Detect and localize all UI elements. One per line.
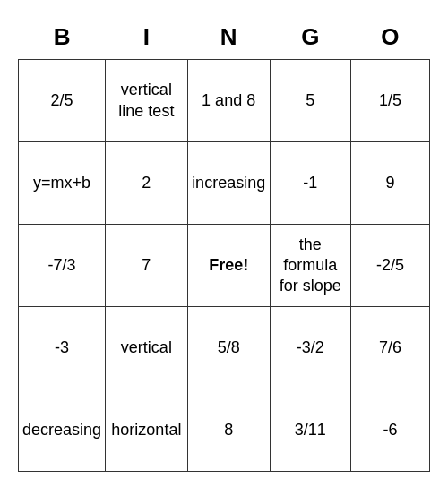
table-cell: 1 and 8	[187, 60, 270, 142]
header-cell: O	[350, 15, 429, 60]
table-cell: -3/2	[270, 307, 350, 389]
table-cell: -7/3	[19, 225, 106, 307]
header-cell: G	[270, 15, 350, 60]
table-cell: the formula for slope	[270, 225, 350, 307]
table-cell: -2/5	[350, 225, 429, 307]
table-cell: 7	[106, 225, 188, 307]
table-cell: 8	[187, 389, 270, 472]
table-row: -3vertical5/8-3/27/6	[19, 307, 430, 389]
table-cell: -1	[270, 142, 350, 225]
table-cell: y=mx+b	[19, 142, 106, 225]
header-row: BINGO	[19, 15, 430, 60]
table-cell: decreasing	[19, 389, 106, 472]
table-cell: vertical	[106, 307, 188, 389]
table-cell: Free!	[187, 225, 270, 307]
table-cell: 3/11	[270, 389, 350, 472]
table-row: -7/37Free!the formula for slope-2/5	[19, 225, 430, 307]
bingo-card: BINGO 2/5vertical line test1 and 851/5y=…	[18, 15, 430, 473]
table-cell: 9	[350, 142, 429, 225]
table-row: 2/5vertical line test1 and 851/5	[19, 60, 430, 142]
header-cell: I	[106, 15, 188, 60]
table-row: y=mx+b2increasing-19	[19, 142, 430, 225]
header-cell: N	[187, 15, 270, 60]
table-cell: 5/8	[187, 307, 270, 389]
table-cell: 2	[106, 142, 188, 225]
table-cell: increasing	[187, 142, 270, 225]
table-cell: 2/5	[19, 60, 106, 142]
table-cell: 7/6	[350, 307, 429, 389]
table-cell: 1/5	[350, 60, 429, 142]
table-cell: horizontal	[106, 389, 188, 472]
table-cell: -6	[350, 389, 429, 472]
table-cell: 5	[270, 60, 350, 142]
table-cell: -3	[19, 307, 106, 389]
header-cell: B	[19, 15, 106, 60]
table-row: decreasinghorizontal83/11-6	[19, 389, 430, 472]
table-cell: vertical line test	[106, 60, 188, 142]
